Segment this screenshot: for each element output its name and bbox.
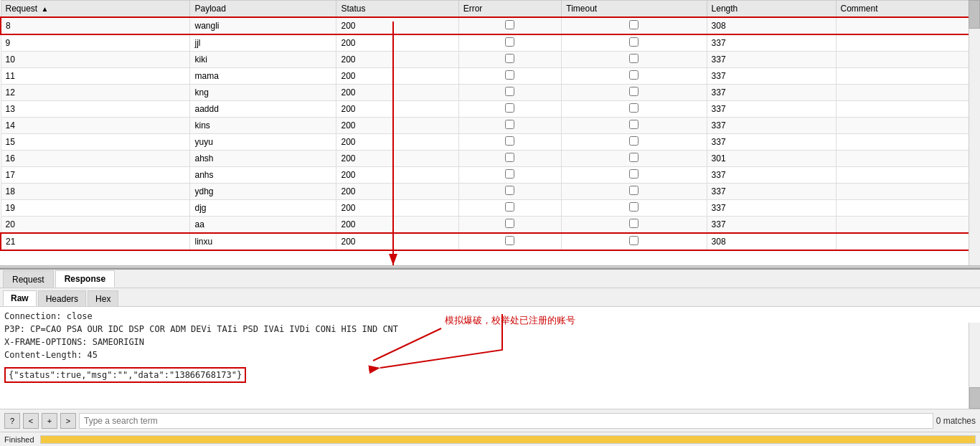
payload-value: anhs — [190, 167, 336, 184]
tab-raw[interactable]: Raw — [3, 290, 37, 306]
payload-value: yuyu — [190, 134, 336, 151]
status-value: 200 — [336, 167, 458, 184]
error-checkbox[interactable] — [505, 120, 514, 129]
length-value: 337 — [707, 118, 836, 134]
col-header-status[interactable]: Status — [336, 1, 458, 18]
payload-value: djg — [190, 200, 336, 217]
table-row[interactable]: 13aaddd200337 — [1, 101, 979, 118]
response-line: X-FRAME-OPTIONS: SAMEORIGIN — [4, 336, 976, 348]
col-header-timeout[interactable]: Timeout — [562, 1, 707, 18]
timeout-checkbox[interactable] — [629, 236, 639, 245]
payload-value: jjl — [190, 34, 336, 52]
scrollbar-thumb[interactable] — [969, 0, 980, 29]
tab-request[interactable]: Request — [3, 270, 54, 288]
status-value: 200 — [336, 34, 458, 52]
add-button[interactable]: + — [42, 413, 57, 429]
table-row[interactable]: 14kins200337 — [1, 118, 979, 134]
comment-value — [836, 17, 979, 34]
timeout-checkbox[interactable] — [629, 20, 639, 29]
col-header-comment[interactable]: Comment — [836, 1, 979, 18]
main-container: Request ▲ Payload Status Error Timeout L… — [0, 0, 980, 446]
table-row[interactable]: 8wangli200308 — [1, 17, 979, 34]
table-row[interactable]: 12kng200337 — [1, 85, 979, 101]
error-checkbox[interactable] — [505, 219, 514, 228]
error-checkbox[interactable] — [505, 37, 514, 47]
col-header-payload[interactable]: Payload — [190, 1, 336, 18]
outer-tab-bar: Request Response — [0, 268, 980, 288]
table-row[interactable]: 21linxu200308 — [1, 233, 979, 250]
response-content-area[interactable]: Connection: closeP3P: CP=CAO PSA OUR IDC… — [0, 307, 980, 409]
search-bar: ? < + > 0 matches — [0, 409, 980, 432]
col-header-length[interactable]: Length — [707, 1, 836, 18]
error-checkbox[interactable] — [505, 136, 514, 146]
error-checkbox[interactable] — [505, 202, 514, 212]
progress-bar — [40, 435, 976, 444]
table-row[interactable]: 20aa200337 — [1, 217, 979, 234]
table-row[interactable]: 9jjl200337 — [1, 34, 979, 52]
response-highlighted-value: {"status":true,"msg":"","data":"13866768… — [4, 367, 246, 383]
status-value: 200 — [336, 134, 458, 151]
error-checkbox[interactable] — [505, 20, 514, 29]
timeout-checkbox[interactable] — [629, 186, 639, 195]
error-checkbox[interactable] — [505, 153, 514, 162]
timeout-checkbox[interactable] — [629, 103, 639, 113]
error-checkbox[interactable] — [505, 54, 514, 63]
timeout-checkbox[interactable] — [629, 153, 639, 162]
tab-hex[interactable]: Hex — [88, 290, 118, 306]
next-button[interactable]: > — [60, 413, 76, 429]
request-id: 13 — [1, 101, 190, 118]
timeout-checkbox[interactable] — [629, 136, 639, 146]
prev-button[interactable]: < — [23, 413, 39, 429]
error-checkbox[interactable] — [505, 236, 514, 245]
request-id: 12 — [1, 85, 190, 101]
col-header-request[interactable]: Request ▲ — [1, 1, 190, 18]
length-value: 337 — [707, 52, 836, 68]
timeout-checkbox[interactable] — [629, 70, 639, 80]
response-line: Content-Length: 45 — [4, 348, 976, 361]
timeout-checkbox[interactable] — [629, 87, 639, 96]
table-row[interactable]: 19djg200337 — [1, 200, 979, 217]
table-row[interactable]: 17anhs200337 — [1, 167, 979, 184]
payload-value: kins — [190, 118, 336, 134]
status-value: 200 — [336, 200, 458, 217]
timeout-checkbox[interactable] — [629, 202, 639, 212]
table-row[interactable]: 11mama200337 — [1, 68, 979, 85]
table-row[interactable]: 10kiki200337 — [1, 52, 979, 68]
timeout-checkbox[interactable] — [629, 120, 639, 129]
length-value: 301 — [707, 151, 836, 167]
timeout-checkbox[interactable] — [629, 169, 639, 179]
comment-value — [836, 167, 979, 184]
length-value: 337 — [707, 167, 836, 184]
tab-response[interactable]: Response — [55, 270, 115, 288]
error-checkbox[interactable] — [505, 103, 514, 113]
error-checkbox[interactable] — [505, 186, 514, 195]
comment-value — [836, 52, 979, 68]
search-input[interactable] — [79, 413, 933, 429]
payload-value: aaddd — [190, 101, 336, 118]
payload-value: linxu — [190, 233, 336, 250]
timeout-checkbox[interactable] — [629, 37, 639, 47]
error-checkbox[interactable] — [505, 70, 514, 80]
length-value: 337 — [707, 68, 836, 85]
col-header-error[interactable]: Error — [458, 1, 562, 18]
table-wrapper[interactable]: Request ▲ Payload Status Error Timeout L… — [0, 0, 980, 265]
error-checkbox[interactable] — [505, 87, 514, 96]
request-id: 11 — [1, 68, 190, 85]
length-value: 337 — [707, 200, 836, 217]
response-line: P3P: CP=CAO PSA OUR IDC DSP COR ADM DEVi… — [4, 323, 976, 336]
help-button[interactable]: ? — [4, 413, 20, 429]
vertical-scrollbar[interactable] — [969, 0, 980, 265]
request-id: 19 — [1, 200, 190, 217]
table-row[interactable]: 16ahsh200301 — [1, 151, 979, 167]
comment-value — [836, 217, 979, 234]
comment-value — [836, 118, 979, 134]
timeout-checkbox[interactable] — [629, 54, 639, 63]
response-scrollbar-thumb[interactable] — [969, 387, 980, 409]
table-row[interactable]: 18ydhg200337 — [1, 184, 979, 200]
tab-headers[interactable]: Headers — [38, 290, 86, 306]
table-row[interactable]: 15yuyu200337 — [1, 134, 979, 151]
timeout-checkbox[interactable] — [629, 219, 639, 228]
comment-value — [836, 68, 979, 85]
matches-label: 0 matches — [936, 416, 976, 426]
error-checkbox[interactable] — [505, 169, 514, 179]
